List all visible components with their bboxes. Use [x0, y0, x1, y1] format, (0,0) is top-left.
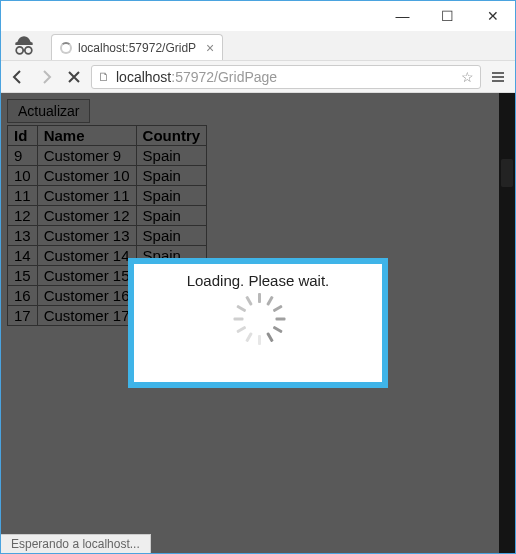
tab-loading-spinner-icon — [60, 42, 72, 54]
back-button[interactable] — [7, 66, 29, 88]
tab-strip: localhost:57972/GridP × — [1, 31, 515, 61]
stop-icon — [67, 70, 81, 84]
browser-window: — ☐ ✕ localhost:57972/GridP × 🗋 localhos… — [0, 0, 516, 554]
loading-spinner-icon — [240, 307, 276, 343]
browser-toolbar: 🗋 localhost:57972/GridPage ☆ — [1, 61, 515, 93]
tab-title: localhost:57972/GridP — [78, 41, 196, 55]
arrow-right-icon — [38, 69, 54, 85]
browser-tab[interactable]: localhost:57972/GridP × — [51, 34, 223, 60]
status-bar: Esperando a localhost... — [1, 534, 151, 553]
hamburger-icon — [490, 69, 506, 85]
svg-point-1 — [25, 47, 32, 54]
loading-dialog: Loading. Please wait. — [128, 258, 388, 388]
loading-text: Loading. Please wait. — [187, 272, 330, 289]
forward-button[interactable] — [35, 66, 57, 88]
address-host: localhost:57972/GridPage — [116, 69, 277, 85]
window-minimize-button[interactable]: — — [380, 1, 425, 31]
address-bar[interactable]: 🗋 localhost:57972/GridPage ☆ — [91, 65, 481, 89]
tab-close-icon[interactable]: × — [206, 40, 214, 56]
bookmark-star-icon[interactable]: ☆ — [461, 69, 474, 85]
svg-point-0 — [16, 47, 23, 54]
incognito-icon — [11, 33, 37, 59]
stop-button[interactable] — [63, 66, 85, 88]
window-maximize-button[interactable]: ☐ — [425, 1, 470, 31]
content-area: Actualizar Id Name Country 9Customer 9Sp… — [1, 93, 515, 553]
arrow-left-icon — [10, 69, 26, 85]
modal-overlay: Loading. Please wait. — [1, 93, 515, 553]
window-close-button[interactable]: ✕ — [470, 1, 515, 31]
menu-button[interactable] — [487, 66, 509, 88]
page-icon: 🗋 — [98, 70, 110, 84]
window-titlebar: — ☐ ✕ — [1, 1, 515, 31]
